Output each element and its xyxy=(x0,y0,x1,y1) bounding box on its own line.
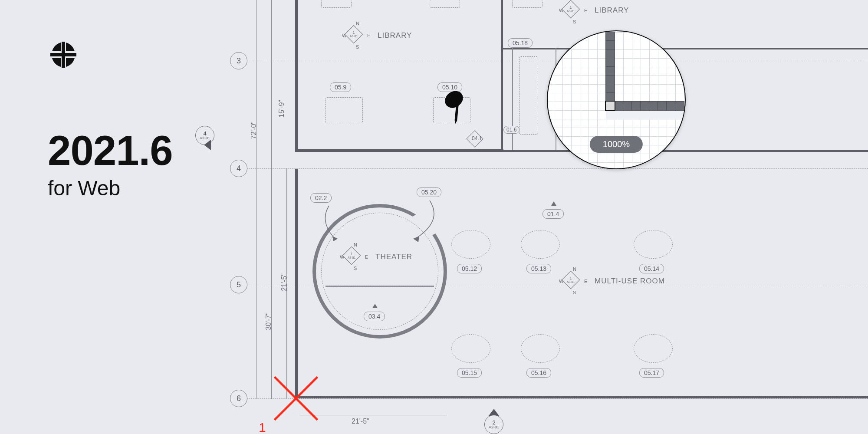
tag-05-15: 05.15 xyxy=(457,368,482,378)
magnifier-pixel xyxy=(632,102,641,110)
origin-marker-x[interactable] xyxy=(266,368,326,429)
tag-01-4: 01.4 xyxy=(542,209,564,219)
tag-01-6: 01.6 xyxy=(503,126,519,134)
magnifier-cursor-pixel xyxy=(606,102,615,110)
dim-bracket-mid xyxy=(271,0,272,399)
version-subtitle: for Web xyxy=(48,176,173,200)
tag-03-4: 03.4 xyxy=(364,312,385,321)
magnifier-pixel xyxy=(606,84,615,93)
magnifier-pixel xyxy=(606,58,615,67)
grid-bubble-5: 5 xyxy=(230,276,247,293)
svg-rect-1 xyxy=(50,53,76,56)
magnifier-pixel xyxy=(658,102,667,110)
globe-logo-icon xyxy=(48,39,173,70)
floor-plan: 3 4 5 6 4 A2-01 72'-0" 15'-9" 30'-7" 21'… xyxy=(243,0,868,434)
room-label-library: LIBRARY xyxy=(378,31,412,40)
magnifier-pixel xyxy=(649,102,658,110)
tag-04-1: 04.1 xyxy=(467,135,486,142)
furniture-05-18 xyxy=(519,56,538,135)
magnifier-pixel xyxy=(641,102,649,110)
grid-line-3 xyxy=(247,61,868,61)
arrow-01-4 xyxy=(551,201,556,206)
wall-partition-1 xyxy=(512,48,513,152)
magnifier-pixel xyxy=(615,102,623,110)
compass-multiuse: N W E S 1A3-01 xyxy=(564,271,577,289)
tag-05-14: 05.14 xyxy=(639,264,664,273)
theater-diameter-line xyxy=(326,286,434,287)
dimension-72-0: 72'-0" xyxy=(250,122,258,139)
tag-02-2: 02.2 xyxy=(310,193,332,203)
leader-05-20 xyxy=(404,199,447,242)
magnifier-fill xyxy=(606,111,686,120)
compass-library: N W E S 1A3-01 xyxy=(347,25,360,43)
compass-library-2: N W E S 1A3-01 xyxy=(564,0,577,18)
arrow-03-4 xyxy=(372,304,378,308)
leader-02-2 xyxy=(317,204,352,243)
zoom-level-pill: 1000% xyxy=(590,136,643,153)
svg-marker-4 xyxy=(332,236,338,241)
wall-library-left xyxy=(295,0,298,152)
magnifier-pixel xyxy=(675,102,684,110)
room-label-library-2: LIBRARY xyxy=(595,6,629,15)
grid-line-6 xyxy=(247,398,868,399)
chair-05-13 xyxy=(521,230,560,259)
compass-theater: N W E S 1A3-01 xyxy=(345,247,358,265)
room-label-theater: THEATER xyxy=(375,253,412,261)
dim-bracket-outer xyxy=(256,0,256,399)
dimension-15-9: 15'-9" xyxy=(278,100,286,118)
furniture-05-9 xyxy=(326,97,363,123)
tag-05-13: 05.13 xyxy=(526,264,551,273)
opening-1 xyxy=(321,0,352,8)
chair-05-17 xyxy=(634,334,673,363)
grid-bubble-6: 6 xyxy=(230,390,247,407)
chair-05-12 xyxy=(451,230,490,259)
svg-marker-5 xyxy=(413,236,419,242)
chair-05-15 xyxy=(451,334,490,363)
magnifier-pixel xyxy=(606,41,615,49)
dimension-30-7: 30'-7" xyxy=(265,312,273,330)
opening-3 xyxy=(512,0,542,8)
magnifier-pixel xyxy=(623,102,632,110)
wall-library-bottom xyxy=(295,149,503,152)
grid-bubble-3: 3 xyxy=(230,52,247,69)
grid-line-4 xyxy=(247,168,868,169)
svg-point-2 xyxy=(442,88,467,112)
wall-library-right xyxy=(501,0,503,150)
origin-marker-label: 1 xyxy=(259,420,266,434)
room-label-multiuse: MULTI-USE ROOM xyxy=(595,277,665,286)
dimension-21-5-h: 21'-5" xyxy=(352,418,369,425)
zoom-magnifier[interactable]: 1000% xyxy=(547,30,686,169)
dimension-21-5-v: 21'-5" xyxy=(280,273,288,291)
chair-05-14 xyxy=(634,230,673,259)
hero-panel: 2021.6 for Web xyxy=(48,39,173,200)
tag-05-12: 05.12 xyxy=(457,264,482,273)
wall-lower-bottom xyxy=(295,396,868,398)
opening-2 xyxy=(430,0,460,8)
tag-05-17: 05.17 xyxy=(639,368,664,378)
wall-right-wing-bottom xyxy=(501,150,868,152)
magnifier-pixel xyxy=(606,49,615,58)
section-marker-2: 2 A2-01 xyxy=(484,415,503,434)
tag-05-16: 05.16 xyxy=(526,368,551,378)
magnifier-pixel xyxy=(606,76,615,84)
section-marker-4: 4 A2-01 xyxy=(195,126,214,145)
wall-lower-left xyxy=(295,169,298,398)
chair-05-16 xyxy=(521,334,560,363)
magnifier-pixel xyxy=(667,102,675,110)
version-number: 2021.6 xyxy=(48,127,173,174)
magnifier-pixel xyxy=(606,67,615,76)
tag-05-9: 05.9 xyxy=(330,82,351,92)
tag-05-20: 05.20 xyxy=(417,187,441,197)
pushpin-icon[interactable] xyxy=(428,79,483,135)
grid-bubble-4: 4 xyxy=(230,160,247,177)
tag-05-18: 05.18 xyxy=(508,38,533,48)
magnifier-pixel xyxy=(606,93,615,102)
magnifier-pixel xyxy=(606,32,615,41)
